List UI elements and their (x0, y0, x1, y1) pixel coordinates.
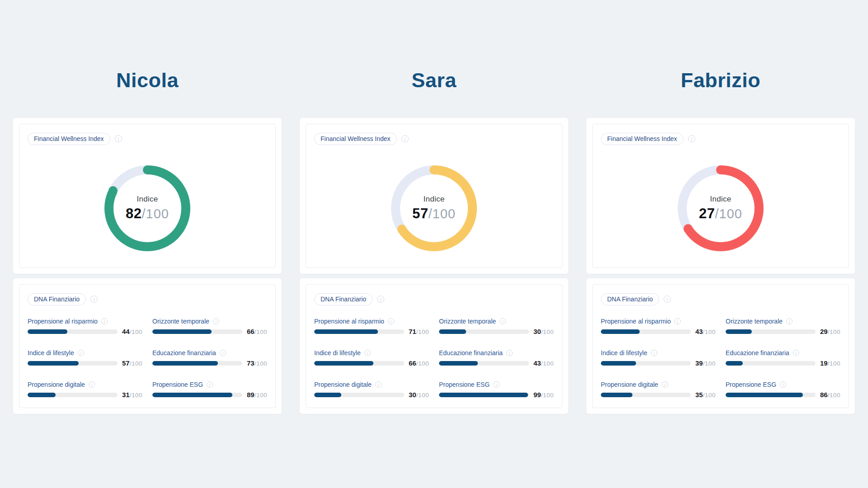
info-icon[interactable]: i (375, 381, 382, 388)
metric-bar-fill (601, 329, 640, 334)
metric-item: Propensione ESG i 86/100 (726, 380, 840, 399)
metric-bar-fill (28, 361, 79, 366)
dna-finanziario-badge: DNA Finanziario (28, 293, 86, 305)
info-icon[interactable]: i (90, 296, 98, 303)
metric-value: 66 (409, 359, 416, 367)
dna-finanziario-panel: DNA Finanziario i Propensione al risparm… (13, 278, 282, 414)
info-icon[interactable]: i (493, 381, 500, 388)
info-icon[interactable]: i (688, 135, 695, 142)
metric-label: Propensione ESG (152, 381, 203, 388)
metric-bar-track (28, 393, 118, 397)
metric-max: /100 (416, 360, 429, 367)
gauge-arc-start-cap (429, 165, 439, 174)
metric-item: Orizzonte temporale i 66/100 (152, 317, 267, 335)
info-icon[interactable]: i (115, 135, 122, 142)
info-icon[interactable]: i (388, 318, 394, 324)
metric-bar-fill (439, 393, 528, 397)
metric-label: Propensione digitale (28, 381, 85, 388)
info-icon[interactable]: i (377, 296, 384, 303)
metric-bar-fill (28, 329, 67, 334)
metric-bar-fill (726, 329, 752, 334)
metric-item: Propensione al risparmio i 43/100 (601, 317, 716, 335)
person-column: Nicola Financial Wellness Index i Indice… (13, 68, 282, 488)
metric-label: Educazione finanziaria (726, 349, 789, 357)
metric-value: 43 (695, 328, 703, 335)
metric-value: 35 (695, 391, 703, 399)
gauge-label: Indice (423, 195, 444, 204)
metric-label: Indice di lifestyle (28, 349, 74, 357)
metric-max: /100 (703, 328, 716, 335)
metric-label: Orizzonte temporale (152, 318, 209, 325)
metric-label: Educazione finanziaria (152, 349, 216, 357)
metrics-grid: Propensione al risparmio i 44/100 Orizzo… (28, 317, 267, 399)
index-gauge: Indice 82/100 (104, 165, 190, 251)
metric-label: Indice di lifestyle (601, 349, 647, 357)
info-icon[interactable]: i (401, 135, 409, 142)
metric-bar-track (152, 329, 242, 334)
metric-label: Propensione al risparmio (314, 318, 384, 325)
metric-max: /100 (416, 392, 429, 399)
metric-bar-fill (601, 361, 636, 366)
info-icon[interactable]: i (101, 318, 108, 324)
metric-bar-fill (726, 361, 743, 366)
metric-item: Indice di lifestyle i 39/100 (601, 349, 716, 367)
metric-item: Propensione digitale i 30/100 (314, 380, 429, 399)
metric-max: /100 (828, 328, 840, 335)
metric-label: Indice di lifestyle (314, 349, 361, 357)
metric-bar-track (28, 361, 118, 366)
info-icon[interactable]: i (500, 318, 506, 324)
metric-max: /100 (255, 328, 267, 335)
dna-finanziario-panel: DNA Finanziario i Propensione al risparm… (586, 278, 855, 414)
person-name: Fabrizio (586, 68, 855, 93)
info-icon[interactable]: i (664, 296, 671, 303)
info-icon[interactable]: i (793, 350, 799, 356)
gauge-max: /100 (715, 206, 742, 221)
metric-value: 19 (820, 359, 828, 367)
metric-label: Propensione ESG (726, 381, 776, 388)
info-icon[interactable]: i (506, 350, 513, 356)
metric-label: Orizzonte temporale (439, 318, 496, 325)
metric-bar-track (28, 329, 118, 334)
metric-max: /100 (416, 328, 429, 335)
metric-bar-track (726, 361, 816, 366)
metric-max: /100 (130, 328, 142, 335)
metric-max: /100 (255, 392, 267, 399)
person-name: Nicola (13, 68, 282, 93)
metric-item: Orizzonte temporale i 30/100 (439, 317, 554, 335)
metric-bar-track (152, 393, 242, 397)
metric-label: Propensione digitale (314, 381, 372, 388)
metric-item: Orizzonte temporale i 29/100 (726, 317, 840, 335)
metric-value: 86 (820, 391, 828, 399)
metric-bar-fill (601, 393, 632, 397)
metric-bar-fill (314, 393, 341, 397)
gauge-value: 82 (126, 206, 142, 222)
metric-label: Orizzonte temporale (726, 318, 783, 325)
metric-label: Educazione finanziaria (439, 349, 503, 357)
financial-wellness-badge: Financial Wellness Index (314, 133, 397, 145)
gauge-value: 27 (699, 206, 715, 222)
info-icon[interactable]: i (213, 318, 219, 324)
info-icon[interactable]: i (662, 381, 668, 388)
metric-item: Propensione digitale i 31/100 (28, 380, 142, 399)
metric-item: Propensione al risparmio i 44/100 (28, 317, 142, 335)
info-icon[interactable]: i (89, 381, 95, 388)
info-icon[interactable]: i (786, 318, 793, 324)
metric-value: 31 (122, 391, 130, 399)
info-icon[interactable]: i (207, 381, 213, 388)
metric-bar-fill (152, 393, 232, 397)
gauge-arc-start-cap (143, 165, 152, 174)
info-icon[interactable]: i (651, 350, 657, 356)
info-icon[interactable]: i (364, 350, 371, 356)
index-gauge: Indice 57/100 (391, 165, 477, 251)
metric-max: /100 (828, 360, 840, 367)
info-icon[interactable]: i (220, 350, 226, 356)
metric-value: 30 (533, 328, 541, 335)
metric-value: 71 (409, 328, 416, 335)
metric-value: 57 (122, 359, 130, 367)
metric-label: Propensione al risparmio (28, 318, 98, 325)
metric-value: 73 (247, 359, 255, 367)
info-icon[interactable]: i (780, 381, 786, 388)
info-icon[interactable]: i (675, 318, 681, 324)
info-icon[interactable]: i (78, 350, 84, 356)
person-name: Sara (300, 68, 568, 93)
